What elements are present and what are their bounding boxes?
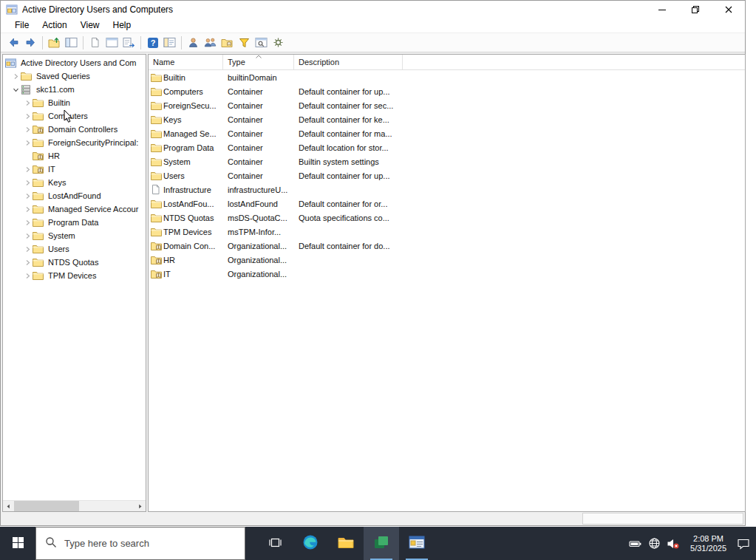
- tree-item-managed-service-accour[interactable]: Managed Service Accour: [3, 202, 146, 216]
- scroll-right-icon[interactable]: [134, 501, 146, 512]
- show-console-tree-icon[interactable]: [63, 34, 80, 51]
- tree-item-ntds-quotas[interactable]: NTDS Quotas: [3, 256, 146, 269]
- column-header-description[interactable]: Description: [294, 55, 403, 69]
- chevron-right-icon[interactable]: [22, 219, 33, 226]
- column-headers: NameTypeDescription: [149, 55, 745, 70]
- tree-item-hr[interactable]: HR: [3, 149, 146, 163]
- advanced-icon[interactable]: [270, 34, 287, 51]
- up-one-level-icon[interactable]: [46, 34, 63, 51]
- list-row-managed-se[interactable]: Managed Se...ContainerDefault container …: [149, 126, 745, 140]
- tree-item-computers[interactable]: Computers: [3, 109, 146, 123]
- chevron-right-icon[interactable]: [22, 233, 33, 239]
- forward-icon[interactable]: [22, 34, 39, 51]
- list-row-infrastructure[interactable]: InfrastructureinfrastructureU...: [149, 182, 745, 197]
- create-user-icon[interactable]: [185, 34, 202, 51]
- tree-item-lostandfound[interactable]: LostAndFound: [3, 189, 146, 202]
- tree-item-system[interactable]: System: [3, 229, 146, 242]
- list-row-program-data[interactable]: Program DataContainerDefault location fo…: [149, 140, 745, 154]
- chevron-right-icon[interactable]: [22, 206, 33, 213]
- menu-file[interactable]: File: [8, 18, 35, 32]
- folder-icon: [33, 178, 45, 187]
- menu-help[interactable]: Help: [106, 18, 138, 32]
- edge-browser-button[interactable]: [293, 527, 328, 560]
- column-header-type[interactable]: Type: [223, 55, 294, 69]
- tree-item-saved-queries[interactable]: Saved Queries: [3, 69, 146, 83]
- chevron-right-icon[interactable]: [22, 246, 33, 253]
- create-ou-icon[interactable]: [219, 34, 236, 51]
- chevron-right-icon[interactable]: [22, 259, 33, 266]
- chevron-right-icon[interactable]: [22, 273, 33, 279]
- set-filter-icon[interactable]: [236, 34, 253, 51]
- tree-item-users[interactable]: Users: [3, 242, 146, 256]
- list-row-computers[interactable]: ComputersContainerDefault container for …: [149, 84, 745, 98]
- volume-muted-icon[interactable]: [667, 538, 680, 550]
- item-name: Computers: [163, 87, 203, 96]
- scroll-left-icon[interactable]: [3, 501, 14, 512]
- list-row-users[interactable]: UsersContainerDefault container for up..…: [149, 168, 745, 182]
- tree-item-tpm-devices[interactable]: TPM Devices: [3, 269, 146, 282]
- export-list-icon[interactable]: [120, 34, 137, 51]
- list-row-keys[interactable]: KeysContainerDefault container for ke...: [149, 112, 745, 126]
- create-group-icon[interactable]: [202, 34, 219, 51]
- tree-item-it[interactable]: IT: [3, 163, 146, 176]
- chevron-down-icon[interactable]: [10, 86, 21, 93]
- folder-icon: [151, 87, 163, 96]
- start-button[interactable]: [0, 527, 35, 560]
- chevron-right-icon[interactable]: [22, 140, 33, 146]
- mmc-console-button[interactable]: [399, 527, 435, 560]
- list-row-foreignsecu[interactable]: ForeignSecu...ContainerDefault container…: [149, 98, 745, 112]
- tree-item-active-directory-users-and-com[interactable]: Active Directory Users and Com: [3, 56, 146, 69]
- chevron-right-icon[interactable]: [22, 100, 33, 106]
- restore-button[interactable]: [678, 1, 712, 18]
- tree-item-program-data[interactable]: Program Data: [3, 216, 146, 229]
- list-row-domain-con[interactable]: Domain Con...Organizational...Default co…: [149, 239, 745, 253]
- list-row-hr[interactable]: HROrganizational...: [149, 253, 745, 267]
- item-type: Container: [223, 157, 294, 166]
- list-row-builtin[interactable]: BuiltinbuiltinDomain: [149, 70, 745, 84]
- list-row-system[interactable]: SystemContainerBuiltin system settings: [149, 154, 745, 168]
- menu-view[interactable]: View: [74, 18, 106, 32]
- task-view-button[interactable]: [257, 527, 293, 560]
- taskbar-clock[interactable]: 2:08 PM 5/31/2025: [690, 534, 726, 553]
- list-row-ntds-quotas[interactable]: NTDS QuotasmsDS-QuotaC...Quota specifica…: [149, 211, 745, 225]
- chevron-right-icon[interactable]: [22, 166, 33, 173]
- help-icon[interactable]: ?: [144, 34, 161, 51]
- back-icon[interactable]: [5, 34, 22, 51]
- close-button[interactable]: [712, 1, 745, 18]
- tree-horizontal-scrollbar[interactable]: [3, 500, 146, 511]
- chevron-right-icon[interactable]: [22, 113, 33, 120]
- column-header-name[interactable]: Name: [149, 55, 223, 69]
- list-row-it[interactable]: ITOrganizational...: [149, 267, 745, 281]
- battery-icon[interactable]: [629, 538, 642, 550]
- name-cell: Users: [149, 171, 223, 180]
- tree-item-foreignsecurityprincipal[interactable]: ForeignSecurityPrincipal:: [3, 136, 146, 149]
- refresh-icon[interactable]: [103, 34, 120, 51]
- folder-icon: [151, 199, 163, 208]
- action-center-icon[interactable]: [737, 538, 750, 550]
- list-row-lostandfou[interactable]: LostAndFou...lostAndFoundDefault contain…: [149, 197, 745, 211]
- taskbar-search[interactable]: Type here to search: [35, 527, 245, 560]
- properties-icon[interactable]: [86, 34, 103, 51]
- chevron-right-icon[interactable]: [10, 73, 21, 80]
- green-app-button[interactable]: [364, 527, 399, 560]
- chevron-right-icon[interactable]: [22, 180, 33, 186]
- minimize-button[interactable]: [645, 1, 678, 18]
- network-globe-icon[interactable]: [648, 537, 661, 550]
- menu-action[interactable]: Action: [35, 18, 73, 32]
- chevron-right-icon[interactable]: [22, 193, 33, 199]
- console-pane-icon[interactable]: [161, 34, 178, 51]
- title-bar[interactable]: Active Directory Users and Computers: [1, 1, 745, 18]
- find-icon[interactable]: [253, 34, 270, 51]
- tree-item-label: Users: [48, 245, 69, 253]
- tree-item-builtin[interactable]: Builtin: [3, 96, 146, 109]
- folder-icon: [151, 214, 163, 222]
- list-row-tpm-devices[interactable]: TPM DevicesmsTPM-Infor...: [149, 225, 745, 239]
- item-type: lostAndFound: [223, 199, 294, 208]
- chevron-right-icon[interactable]: [22, 126, 33, 133]
- tree-item-skc11-com[interactable]: skc11.com: [3, 83, 146, 96]
- scrollbar-thumb[interactable]: [14, 501, 79, 512]
- tree-item-keys[interactable]: Keys: [3, 176, 146, 189]
- file-explorer-button[interactable]: [328, 527, 364, 560]
- item-description: Default container for or...: [294, 199, 745, 208]
- tree-item-domain-controllers[interactable]: Domain Controllers: [3, 123, 146, 136]
